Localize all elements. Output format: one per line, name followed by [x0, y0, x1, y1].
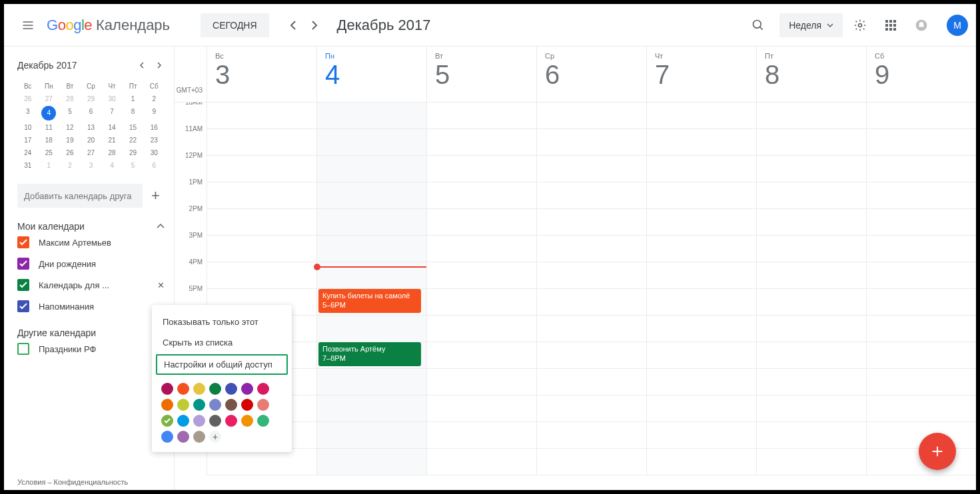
mini-day[interactable]: 9 [143, 105, 165, 121]
mini-day[interactable]: 22 [123, 134, 144, 146]
day-header[interactable]: Сб9 [866, 47, 976, 102]
day-header[interactable]: Пн4 [316, 47, 426, 102]
calendar-item[interactable]: Напоминания [17, 296, 165, 317]
color-swatch[interactable] [209, 399, 221, 411]
color-swatch[interactable] [193, 415, 205, 427]
mini-day[interactable]: 28 [59, 93, 81, 105]
add-calendar-button[interactable]: + [147, 184, 165, 208]
color-swatch[interactable] [161, 415, 173, 427]
mini-day[interactable]: 27 [81, 146, 102, 159]
mini-day[interactable]: 5 [59, 105, 81, 121]
mini-day[interactable]: 4 [101, 159, 123, 172]
calendar-checkbox[interactable] [17, 279, 29, 291]
mini-day[interactable]: 1 [39, 159, 60, 172]
day-column[interactable] [646, 103, 756, 475]
color-swatch[interactable] [241, 383, 253, 395]
color-swatch[interactable] [161, 383, 173, 395]
mini-day[interactable]: 8 [123, 105, 144, 121]
mini-day[interactable]: 3 [17, 105, 39, 121]
mini-day[interactable]: 30 [101, 93, 123, 105]
today-button[interactable]: СЕГОДНЯ [201, 13, 269, 37]
color-swatch[interactable] [177, 399, 189, 411]
mini-day[interactable]: 15 [123, 121, 144, 134]
mini-day[interactable]: 16 [143, 121, 165, 134]
color-swatch[interactable] [193, 431, 205, 443]
mini-next-button[interactable] [154, 57, 165, 74]
mini-prev-button[interactable] [137, 57, 147, 74]
menu-item[interactable]: Настройки и общий доступ [156, 354, 288, 375]
color-swatch[interactable] [161, 431, 173, 443]
calendar-event[interactable]: Позвонить Артёму7–8PM [318, 342, 421, 366]
color-swatch[interactable] [225, 415, 237, 427]
color-swatch[interactable] [209, 415, 221, 427]
mini-day[interactable]: 5 [123, 159, 144, 172]
calendar-checkbox[interactable] [17, 343, 29, 355]
mini-day[interactable]: 27 [39, 93, 60, 105]
mini-day[interactable]: 10 [17, 121, 39, 134]
menu-icon[interactable] [12, 9, 44, 41]
footer-links[interactable]: Условия – Конфиденциальность [17, 474, 165, 490]
calendar-item[interactable]: Календарь для ...✕ [17, 274, 165, 296]
color-swatch[interactable] [257, 415, 269, 427]
color-swatch[interactable] [177, 383, 189, 395]
mini-day[interactable]: 29 [81, 93, 102, 105]
mini-day[interactable]: 12 [59, 121, 81, 134]
calendar-checkbox[interactable] [17, 258, 29, 270]
color-swatch[interactable] [177, 415, 189, 427]
mini-day[interactable]: 24 [17, 146, 39, 159]
mini-day[interactable]: 6 [143, 159, 165, 172]
other-calendars-header[interactable]: Другие календари [17, 328, 165, 338]
mini-calendar[interactable]: ВсПнВтСрЧтПтСб26272829301234567891011121… [17, 80, 165, 172]
mini-day[interactable]: 2 [59, 159, 81, 172]
view-selector[interactable]: Неделя [779, 13, 843, 37]
day-header[interactable]: Вс3 [207, 47, 316, 102]
create-event-button[interactable] [919, 433, 956, 470]
mini-day[interactable]: 6 [81, 105, 102, 121]
day-column[interactable]: Купить билеты на самолё5–6PMПозвонить Ар… [316, 103, 426, 475]
day-header[interactable]: Пт8 [756, 47, 866, 102]
calendar-item[interactable]: Максим Артемьев [17, 232, 165, 253]
color-swatch[interactable] [241, 399, 253, 411]
my-calendars-header[interactable]: Мои календари [17, 221, 165, 232]
mini-day[interactable]: 7 [101, 105, 123, 121]
color-swatch[interactable] [225, 383, 237, 395]
mini-day[interactable]: 30 [143, 146, 165, 159]
mini-day[interactable]: 26 [17, 93, 39, 105]
day-column[interactable] [426, 103, 536, 475]
mini-day[interactable]: 19 [59, 134, 81, 146]
mini-day[interactable]: 20 [81, 134, 102, 146]
day-column[interactable] [756, 103, 866, 475]
color-swatch[interactable] [193, 383, 205, 395]
mini-day[interactable]: 23 [143, 134, 165, 146]
day-header[interactable]: Вт5 [426, 47, 536, 102]
account-avatar[interactable]: М [947, 15, 968, 36]
settings-icon[interactable] [847, 12, 873, 39]
calendar-item[interactable]: Дни рождения [17, 253, 165, 274]
day-column[interactable] [536, 103, 646, 475]
mini-day[interactable]: 4 [41, 106, 56, 121]
apps-icon[interactable] [877, 12, 904, 39]
mini-day[interactable]: 14 [101, 121, 123, 134]
mini-day[interactable]: 25 [39, 146, 60, 159]
color-swatch[interactable] [177, 431, 189, 443]
app-logo[interactable]: Google Календарь [47, 17, 170, 34]
mini-day[interactable]: 21 [101, 134, 123, 146]
add-color-button[interactable]: + [209, 431, 221, 443]
color-swatch[interactable] [257, 399, 269, 411]
mini-day[interactable]: 26 [59, 146, 81, 159]
mini-day[interactable]: 17 [17, 134, 39, 146]
mini-day[interactable]: 18 [39, 134, 60, 146]
color-swatch[interactable] [225, 399, 237, 411]
menu-item[interactable]: Скрыть из списка [152, 332, 292, 353]
color-swatch[interactable] [193, 399, 205, 411]
color-swatch[interactable] [257, 383, 269, 395]
day-header[interactable]: Ср6 [536, 47, 646, 102]
mini-day[interactable]: 13 [81, 121, 102, 134]
notifications-icon[interactable] [908, 12, 935, 39]
mini-day[interactable]: 3 [81, 159, 102, 172]
day-column[interactable] [866, 103, 976, 475]
calendar-item[interactable]: Праздники РФ [17, 338, 165, 360]
color-swatch[interactable] [161, 399, 173, 411]
color-swatch[interactable] [209, 383, 221, 395]
prev-period-button[interactable] [282, 15, 304, 36]
